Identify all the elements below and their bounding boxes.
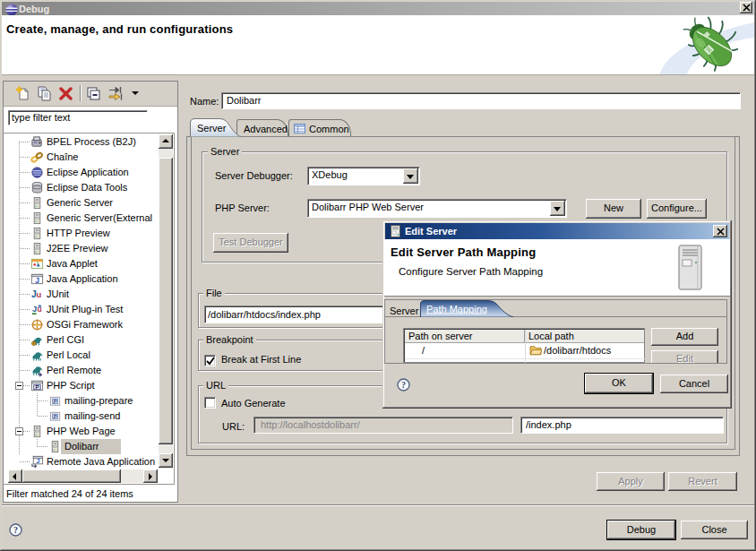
svg-text:?: ? (13, 525, 18, 535)
svg-text:Path Mapping: Path Mapping (426, 304, 487, 314)
svg-text:Server: Server (197, 123, 227, 133)
svg-text:?: ? (401, 380, 406, 390)
